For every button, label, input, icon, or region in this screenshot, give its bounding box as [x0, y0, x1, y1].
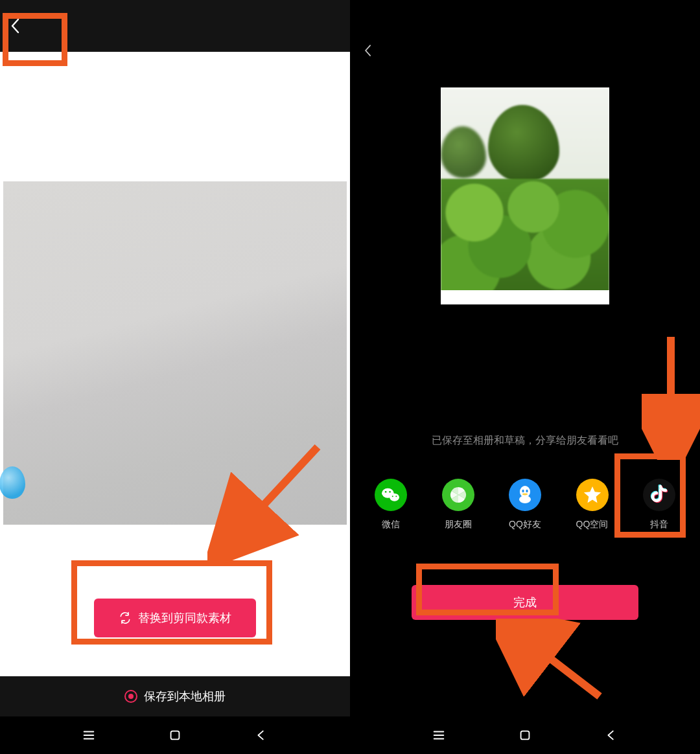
- share-label: QQ好友: [509, 519, 541, 531]
- svg-point-12: [522, 494, 528, 496]
- svg-rect-0: [171, 731, 180, 740]
- back-icon[interactable]: [363, 43, 373, 60]
- record-dot-icon: [124, 690, 137, 703]
- nav-home-icon[interactable]: [168, 728, 182, 742]
- svg-point-4: [385, 491, 387, 493]
- right-phone-screen: 已保存至相册和草稿，分享给朋友看看吧 微信: [350, 0, 700, 754]
- share-douyin[interactable]: 抖音: [636, 479, 682, 531]
- saved-hint-text: 已保存至相册和草稿，分享给朋友看看吧: [350, 434, 700, 448]
- done-button-label: 完成: [513, 595, 537, 610]
- balloon-decoration: [0, 466, 25, 499]
- svg-point-7: [395, 496, 397, 497]
- right-back-row: [350, 39, 700, 65]
- preview-foliage: [441, 179, 609, 291]
- left-media-preview[interactable]: [3, 181, 347, 525]
- save-to-album-bar[interactable]: 保存到本地相册: [0, 676, 350, 716]
- done-button[interactable]: 完成: [412, 585, 638, 620]
- share-qq[interactable]: QQ好友: [502, 479, 548, 531]
- svg-point-10: [522, 490, 524, 492]
- share-label: 抖音: [650, 519, 668, 531]
- share-label: QQ空间: [576, 519, 609, 531]
- svg-point-6: [392, 496, 393, 497]
- spacer: [350, 620, 700, 716]
- share-label: 微信: [382, 519, 400, 531]
- svg-point-11: [526, 490, 528, 492]
- moments-icon: [442, 479, 474, 511]
- left-top-bar: [0, 0, 350, 52]
- share-wechat[interactable]: 微信: [368, 479, 414, 531]
- share-row: 微信 朋友圈: [350, 479, 700, 531]
- nav-back-icon[interactable]: [604, 728, 618, 742]
- svg-point-5: [389, 491, 391, 493]
- share-label: 朋友圈: [445, 519, 472, 531]
- preview-caption-strip: [441, 290, 609, 304]
- svg-point-9: [519, 496, 531, 503]
- share-qzone[interactable]: QQ空间: [570, 479, 615, 531]
- back-icon[interactable]: [9, 17, 22, 35]
- left-phone-screen: 替换到剪同款素材 保存到本地相册: [0, 0, 350, 754]
- nav-recent-icon[interactable]: [432, 728, 446, 742]
- android-navbar-right: [350, 716, 700, 754]
- replace-icon: [119, 611, 132, 624]
- replace-template-button[interactable]: 替换到剪同款素材: [94, 599, 256, 637]
- nav-recent-icon[interactable]: [82, 728, 96, 742]
- nav-home-icon[interactable]: [518, 728, 532, 742]
- svg-point-3: [390, 494, 399, 501]
- wechat-icon: [375, 479, 407, 511]
- nav-back-icon[interactable]: [254, 728, 268, 742]
- left-bottom-panel: 替换到剪同款素材: [0, 525, 350, 676]
- qzone-icon: [576, 479, 609, 511]
- svg-rect-13: [521, 731, 530, 740]
- qq-icon: [509, 479, 541, 511]
- douyin-icon: [643, 479, 675, 511]
- replace-button-label: 替换到剪同款素材: [138, 610, 231, 626]
- exported-video-preview[interactable]: [441, 87, 609, 304]
- save-label: 保存到本地相册: [144, 689, 226, 704]
- share-moments[interactable]: 朋友圈: [436, 479, 481, 531]
- android-navbar-left: [0, 716, 350, 754]
- status-bar-placeholder: [350, 0, 700, 39]
- spacer: [0, 52, 350, 181]
